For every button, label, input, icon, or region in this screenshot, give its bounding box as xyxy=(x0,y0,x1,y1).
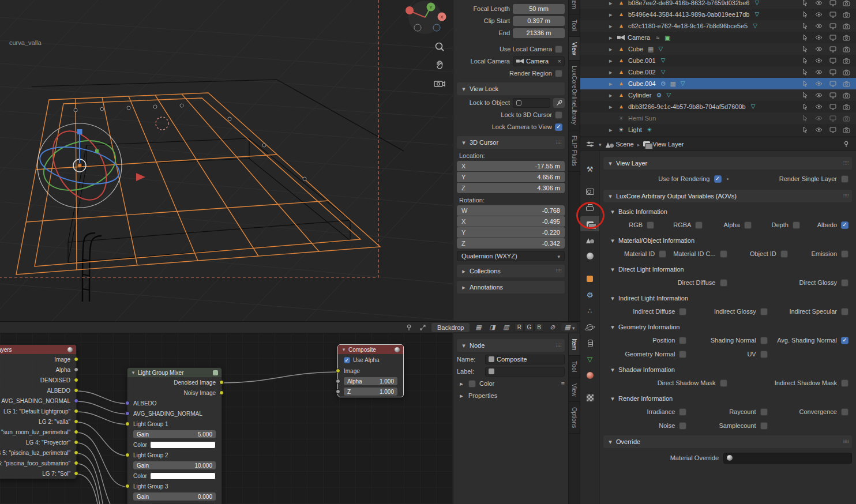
editor-type-icon[interactable] xyxy=(585,140,595,149)
collapse-icon[interactable] xyxy=(341,347,346,352)
panel-grip-icon[interactable] xyxy=(555,140,561,145)
render-disable-icon[interactable] xyxy=(840,12,853,18)
pin-icon[interactable] xyxy=(404,323,414,332)
panel-header-luxcore-aovs[interactable]: LuxCore Arbitrary Output Variables (AOVs… xyxy=(603,190,852,202)
render-disable-icon[interactable] xyxy=(840,127,853,133)
output-socket[interactable] xyxy=(219,380,224,385)
output-socket[interactable] xyxy=(74,388,78,393)
rotation-field[interactable]: Y -0.220 xyxy=(457,227,565,238)
backdrop-image-icon[interactable] xyxy=(473,323,483,332)
properties-tab[interactable] xyxy=(580,232,599,247)
hide-eye-icon[interactable] xyxy=(813,23,825,29)
pan-hand-icon[interactable] xyxy=(433,59,446,72)
render-disable-icon[interactable] xyxy=(840,0,853,6)
backdrop-alpha-icon[interactable] xyxy=(501,323,511,332)
render-disable-icon[interactable] xyxy=(840,81,853,87)
input-socket[interactable] xyxy=(125,422,130,426)
render-region-checkbox[interactable] xyxy=(555,70,562,77)
hide-eye-icon[interactable] xyxy=(813,127,825,133)
properties-tab[interactable] xyxy=(580,303,599,318)
node-label-field[interactable] xyxy=(485,367,565,377)
presets-menu-icon[interactable] xyxy=(561,380,565,387)
aov-toggle[interactable]: Direct Diffuse xyxy=(609,279,731,287)
checkbox[interactable] xyxy=(679,422,686,430)
hide-eye-icon[interactable] xyxy=(813,46,825,52)
z-field[interactable]: Z 1.000 xyxy=(344,388,397,396)
properties-tab[interactable] xyxy=(580,184,599,199)
color-swatch[interactable] xyxy=(150,472,216,480)
object-name[interactable]: dbb3f266-9e1c-4b57-9b8b-704af5d7600b xyxy=(628,103,746,110)
selectable-toggle-icon[interactable] xyxy=(799,34,811,41)
expand-arrow-icon[interactable] xyxy=(609,126,615,134)
output-socket[interactable] xyxy=(74,409,78,413)
aov-toggle[interactable]: RGBA xyxy=(658,221,706,229)
aov-toggle[interactable]: UV xyxy=(690,351,771,358)
gain-slider[interactable]: Gain 10.000 xyxy=(133,461,216,469)
viewport-disable-icon[interactable] xyxy=(827,127,839,133)
location-field[interactable]: X -17.55 m xyxy=(457,161,565,171)
rotation-field[interactable]: Z -0.342 xyxy=(457,238,565,249)
z-neg-axis-ball[interactable] xyxy=(414,24,421,31)
area-expand-icon[interactable] xyxy=(418,323,428,332)
checkbox[interactable] xyxy=(679,351,686,358)
lock-camera-checkbox[interactable] xyxy=(555,123,562,131)
focal-length-field[interactable]: 50 mm xyxy=(513,4,565,14)
output-socket[interactable] xyxy=(74,378,78,382)
viewport-disable-icon[interactable] xyxy=(827,69,839,76)
checkbox[interactable] xyxy=(679,408,686,416)
use-local-camera-checkbox[interactable] xyxy=(555,46,562,53)
sidebar-tab[interactable]: Options xyxy=(569,402,580,434)
node-name-field[interactable]: Composite xyxy=(485,355,565,364)
outliner-row[interactable]: b5496e44-3584-4413-989a-0ab019ee17db xyxy=(580,9,856,20)
panel-grip-icon[interactable] xyxy=(555,269,561,274)
checkbox[interactable] xyxy=(679,308,686,315)
outliner-row[interactable]: dbb3f266-9e1c-4b57-9b8b-704af5d7600b xyxy=(580,101,856,112)
expand-arrow-icon[interactable] xyxy=(609,34,615,42)
aov-toggle[interactable]: Samplecount xyxy=(690,422,771,430)
expand-arrow-icon[interactable] xyxy=(609,0,615,7)
object-name[interactable]: c62c1180-e762-4e18-9c16-7b8d96bce5e5 xyxy=(628,22,748,29)
clip-end-field[interactable]: 21336 m xyxy=(513,28,565,38)
gain-slider[interactable]: Gain 5.000 xyxy=(133,430,216,438)
sidebar-tab[interactable]: View xyxy=(569,37,580,61)
selectable-toggle-icon[interactable] xyxy=(799,22,811,29)
collapsed-icon[interactable] xyxy=(458,380,465,388)
expand-arrow-icon[interactable] xyxy=(609,69,615,76)
expand-arrow-icon[interactable] xyxy=(609,80,615,88)
render-disable-icon[interactable] xyxy=(840,115,853,122)
sidebar-tab[interactable]: Item xyxy=(569,333,580,356)
outliner-row[interactable]: Light xyxy=(580,124,856,136)
checkbox[interactable] xyxy=(841,250,849,258)
composite-node[interactable]: Composite Use Alpha Image Alpha 1.000 xyxy=(337,344,404,397)
properties-tab[interactable] xyxy=(580,287,599,302)
object-name[interactable]: Cylinder xyxy=(628,92,651,99)
checkbox[interactable] xyxy=(659,250,666,258)
outliner-row[interactable]: Cube.001 xyxy=(580,55,856,66)
checkbox[interactable] xyxy=(760,337,768,344)
channel-button[interactable]: G xyxy=(524,323,534,332)
material-override-field[interactable] xyxy=(723,453,852,464)
object-name[interactable]: Cube.002 xyxy=(628,69,656,76)
hide-eye-icon[interactable] xyxy=(813,58,825,63)
hide-eye-icon[interactable] xyxy=(813,0,825,6)
outliner-row[interactable]: Cylinder xyxy=(580,89,856,101)
selectable-toggle-icon[interactable] xyxy=(799,80,811,87)
aov-toggle[interactable]: Indirect Diffuse xyxy=(609,308,690,315)
input-socket[interactable] xyxy=(336,379,340,383)
output-socket[interactable] xyxy=(219,390,224,395)
expand-arrow-icon[interactable] xyxy=(609,11,615,18)
object-name[interactable]: Camera xyxy=(628,34,650,41)
output-socket[interactable] xyxy=(74,430,78,434)
aov-toggle[interactable]: Alpha xyxy=(706,221,754,229)
outliner-row[interactable]: Cube.002 xyxy=(580,66,856,78)
expand-arrow-icon[interactable] xyxy=(609,46,615,53)
outliner-row[interactable]: Camera xyxy=(580,32,856,43)
viewport-disable-icon[interactable] xyxy=(827,46,839,52)
panel-grip-icon[interactable] xyxy=(555,343,561,348)
selectable-toggle-icon[interactable] xyxy=(799,115,811,122)
camera-view-icon[interactable] xyxy=(433,77,446,90)
3d-viewport[interactable]: Y X curva_valla xyxy=(0,0,453,321)
aov-toggle[interactable]: Material ID C... xyxy=(670,250,730,258)
output-socket[interactable] xyxy=(74,357,78,362)
object-name[interactable]: b08e7ee2-de89-416b-8632-b7659d032be6 xyxy=(628,0,749,6)
